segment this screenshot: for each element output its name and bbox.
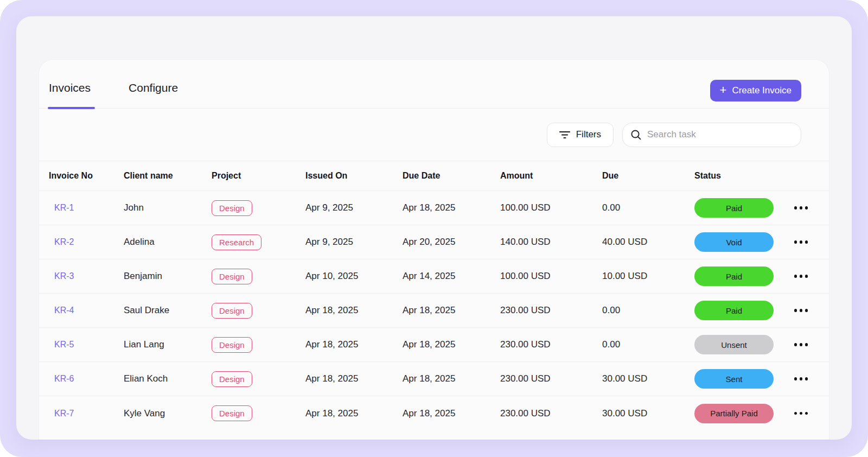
issued-on: Apr 18, 2025 (305, 373, 403, 384)
invoice-no-link[interactable]: KR-3 (49, 271, 124, 281)
col-header-issued-on: Issued On (305, 171, 403, 181)
status-badge[interactable]: Paid (694, 301, 774, 320)
amount: 230.00 USD (500, 408, 602, 419)
issued-on: Apr 9, 2025 (305, 237, 403, 247)
client-name: Benjamin (124, 271, 212, 282)
due-date: Apr 18, 2025 (403, 339, 500, 350)
col-header-status: Status (694, 171, 789, 181)
due-amount: 30.00 USD (602, 408, 694, 419)
project-badge[interactable]: Design (212, 371, 252, 387)
invoice-no-link[interactable]: KR-5 (49, 340, 124, 350)
status-badge[interactable]: Partially Paid (694, 404, 774, 423)
due-date: Apr 18, 2025 (403, 202, 500, 213)
col-header-project: Project (212, 171, 305, 181)
status-badge[interactable]: Paid (694, 198, 774, 218)
invoice-no-link[interactable]: KR-7 (49, 409, 124, 418)
row-actions-button[interactable] (792, 339, 810, 351)
table-row: KR-1 John Design Apr 9, 2025 Apr 18, 202… (39, 191, 829, 225)
issued-on: Apr 9, 2025 (305, 202, 403, 213)
app-background: Invoices Configure + Create Invoice Filt… (0, 0, 868, 457)
row-actions-button[interactable] (792, 202, 810, 214)
filter-lines-icon (559, 130, 570, 139)
row-actions-button[interactable] (792, 373, 810, 385)
amount: 140.00 USD (500, 237, 602, 247)
table-header-row: Invoice No Client name Project Issued On… (39, 161, 829, 191)
amount: 230.00 USD (500, 305, 602, 316)
project-badge[interactable]: Design (212, 269, 252, 284)
invoices-card: Invoices Configure + Create Invoice Filt… (16, 16, 852, 440)
client-name: Kyle Vang (124, 408, 212, 419)
col-header-due-date: Due Date (403, 171, 500, 181)
issued-on: Apr 10, 2025 (305, 271, 403, 282)
due-date: Apr 18, 2025 (403, 305, 500, 316)
row-actions-button[interactable] (792, 408, 810, 420)
invoice-no-link[interactable]: KR-2 (49, 237, 124, 247)
due-amount: 0.00 (602, 202, 694, 213)
client-name: Adelina (124, 237, 212, 247)
due-date: Apr 18, 2025 (403, 408, 500, 419)
due-amount: 30.00 USD (602, 373, 694, 384)
tab-invoices[interactable]: Invoices (49, 67, 91, 109)
client-name: Elian Koch (124, 373, 212, 384)
due-date: Apr 14, 2025 (403, 271, 500, 282)
tab-configure[interactable]: Configure (129, 67, 178, 109)
row-actions-button[interactable] (792, 304, 810, 316)
amount: 230.00 USD (500, 373, 602, 384)
issued-on: Apr 18, 2025 (305, 339, 403, 350)
table-row: KR-5 Lian Lang Design Apr 18, 2025 Apr 1… (39, 328, 829, 362)
table-row: KR-2 Adelina Research Apr 9, 2025 Apr 20… (39, 225, 829, 259)
status-badge[interactable]: Sent (694, 369, 774, 389)
project-badge[interactable]: Design (212, 200, 252, 216)
client-name: Saul Drake (124, 305, 212, 316)
col-header-due: Due (602, 171, 694, 181)
status-badge[interactable]: Unsent (694, 335, 774, 354)
due-amount: 0.00 (602, 305, 694, 316)
table-row: KR-3 Benjamin Design Apr 10, 2025 Apr 14… (39, 259, 829, 294)
amount: 230.00 USD (500, 339, 602, 350)
create-invoice-button[interactable]: + Create Invoice (710, 80, 801, 101)
create-invoice-label: Create Invoice (732, 85, 792, 96)
table-row: KR-7 Kyle Vang Design Apr 18, 2025 Apr 1… (39, 396, 829, 430)
status-badge[interactable]: Paid (694, 266, 774, 286)
issued-on: Apr 18, 2025 (305, 305, 403, 316)
due-amount: 0.00 (602, 339, 694, 350)
search-icon (630, 129, 642, 141)
filters-label: Filters (576, 129, 601, 140)
amount: 100.00 USD (500, 202, 602, 213)
project-badge[interactable]: Research (212, 234, 261, 250)
due-amount: 10.00 USD (602, 271, 694, 282)
table-toolbar: Filters (39, 109, 829, 161)
invoice-no-link[interactable]: KR-4 (49, 306, 124, 315)
col-header-amount: Amount (500, 171, 602, 181)
invoice-no-link[interactable]: KR-6 (49, 374, 124, 384)
col-header-invoice-no: Invoice No (49, 171, 124, 181)
amount: 100.00 USD (500, 271, 602, 282)
invoices-panel: Invoices Configure + Create Invoice Filt… (39, 60, 829, 440)
table-row: KR-6 Elian Koch Design Apr 18, 2025 Apr … (39, 362, 829, 396)
plus-icon: + (720, 84, 727, 96)
row-actions-button[interactable] (792, 270, 810, 282)
project-badge[interactable]: Design (212, 405, 252, 421)
tabs-bar: Invoices Configure + Create Invoice (39, 60, 829, 109)
filters-button[interactable]: Filters (547, 123, 614, 147)
status-badge[interactable]: Void (694, 232, 774, 252)
table-row: KR-4 Saul Drake Design Apr 18, 2025 Apr … (39, 294, 829, 328)
issued-on: Apr 18, 2025 (305, 408, 403, 419)
project-badge[interactable]: Design (212, 303, 252, 319)
due-amount: 40.00 USD (602, 237, 694, 247)
client-name: John (124, 202, 212, 213)
row-actions-button[interactable] (792, 236, 810, 248)
col-header-client-name: Client name (124, 171, 212, 181)
due-date: Apr 20, 2025 (403, 237, 500, 247)
search-box[interactable] (622, 123, 801, 147)
project-badge[interactable]: Design (212, 337, 252, 353)
invoice-no-link[interactable]: KR-1 (49, 203, 124, 213)
search-input[interactable] (647, 129, 793, 140)
client-name: Lian Lang (124, 339, 212, 350)
due-date: Apr 18, 2025 (403, 373, 500, 384)
